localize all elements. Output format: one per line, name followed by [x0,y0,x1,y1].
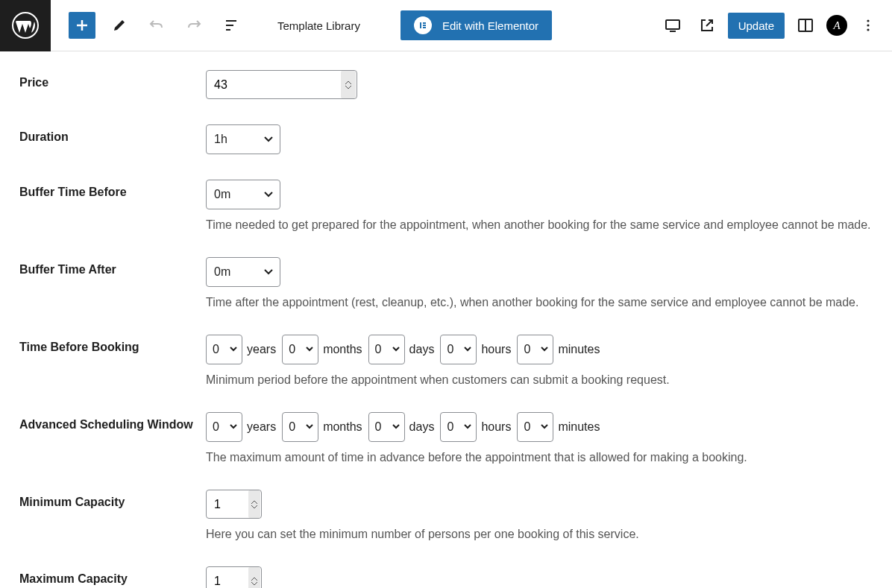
wordpress-logo[interactable] [0,0,51,51]
redo-button[interactable] [180,12,207,39]
days-unit: days [409,420,435,434]
document-overview-button[interactable] [218,12,245,39]
buffer-after-help: Time after the appointment (rest, cleanu… [206,296,873,309]
top-toolbar: Template Library Edit with Elementor Upd… [0,0,892,51]
breadcrumb[interactable]: Template Library [277,19,360,32]
svg-point-4 [867,24,869,26]
minutes-unit: minutes [558,343,600,356]
toolbar-right: Update A [659,12,892,39]
chevron-down-icon [263,267,274,277]
time-before-hours-select[interactable]: 0 [440,335,477,364]
duration-label: Duration [19,124,206,144]
min-capacity-help: Here you can set the minimum number of p… [206,528,873,541]
edit-button[interactable] [106,12,133,39]
buffer-before-help: Time needed to get prepared for the appo… [206,218,873,232]
chevron-down-icon [305,345,314,354]
buffer-before-value: 0m [207,188,230,201]
chevron-down-icon [463,345,472,354]
desktop-icon [664,16,682,34]
time-before-help: Minimum period before the appointment wh… [206,373,873,387]
chevron-down-icon [392,423,401,431]
time-before-minutes-select[interactable]: 0 [517,335,553,364]
months-unit: months [323,420,362,434]
price-label: Price [19,70,206,89]
external-link-icon [699,17,715,34]
buffer-before-label: Buffer Time Before [19,180,206,199]
list-icon [223,17,239,34]
buffer-before-select[interactable]: 0m [206,180,280,209]
form-content: Price Duration 1h Buffer Time Before 0m … [0,51,892,588]
min-capacity-field[interactable] [207,498,248,511]
time-before-days-select[interactable]: 0 [368,335,405,364]
buffer-after-value: 0m [207,265,230,279]
adv-window-months-select[interactable]: 0 [282,412,318,442]
adv-window-hours-select[interactable]: 0 [440,412,477,442]
adv-window-minutes-select[interactable]: 0 [517,412,553,442]
elementor-icon [414,16,432,34]
buffer-after-label: Buffer Time After [19,257,206,276]
sidebar-toggle-button[interactable] [792,12,819,39]
plus-icon [75,18,89,33]
years-unit: years [247,343,276,356]
max-capacity-input[interactable] [206,566,262,588]
svg-point-5 [867,28,869,31]
time-before-months-select[interactable]: 0 [282,335,318,364]
time-before-years-select[interactable]: 0 [206,335,242,364]
chevron-down-icon [540,423,549,431]
pencil-icon [112,18,127,33]
update-button[interactable]: Update [728,13,785,39]
years-unit: years [247,420,276,434]
chevron-down-icon [463,423,472,431]
wordpress-icon [12,12,39,39]
duration-select[interactable]: 1h [206,124,280,154]
undo-icon [148,17,165,34]
dots-vertical-icon [861,18,876,33]
duration-value: 1h [207,133,227,146]
days-unit: days [409,343,435,356]
svg-point-3 [867,19,869,22]
price-input[interactable] [206,70,357,99]
adv-window-days-select[interactable]: 0 [368,412,405,442]
adv-window-label: Advanced Scheduling Window [19,412,206,431]
chevron-down-icon [229,345,238,354]
time-before-label: Time Before Booking [19,335,206,354]
min-capacity-label: Minimum Capacity [19,490,206,509]
adv-window-years-select[interactable]: 0 [206,412,242,442]
chevron-down-icon [540,345,549,354]
minutes-unit: minutes [558,420,600,434]
sidebar-icon [797,16,814,34]
chevron-down-icon [392,345,401,354]
chevron-down-icon [263,189,274,200]
months-unit: months [323,343,362,356]
add-block-button[interactable] [69,12,95,39]
external-link-button[interactable] [694,12,720,39]
max-capacity-field[interactable] [207,575,248,588]
view-button[interactable] [659,12,686,39]
max-capacity-label: Maximum Capacity [19,566,206,586]
chevron-down-icon [305,423,314,431]
hours-unit: hours [481,420,511,434]
hours-unit: hours [481,343,511,356]
undo-button[interactable] [143,12,170,39]
spinner-icon[interactable] [248,490,260,518]
price-input-field[interactable] [207,78,341,92]
chevron-down-icon [229,423,238,431]
spinner-icon[interactable] [341,71,356,98]
edit-elementor-button[interactable]: Edit with Elementor [401,10,552,40]
options-button[interactable] [855,12,882,39]
redo-icon [186,17,202,34]
toolbar-left: Template Library Edit with Elementor [51,10,552,40]
elementor-label: Edit with Elementor [442,19,538,32]
avatar[interactable]: A [826,15,847,36]
svg-rect-1 [666,20,679,29]
buffer-after-select[interactable]: 0m [206,257,280,287]
spinner-icon[interactable] [248,567,260,588]
min-capacity-input[interactable] [206,490,262,519]
chevron-down-icon [263,134,274,145]
adv-window-help: The maximum amount of time in advance be… [206,451,873,464]
